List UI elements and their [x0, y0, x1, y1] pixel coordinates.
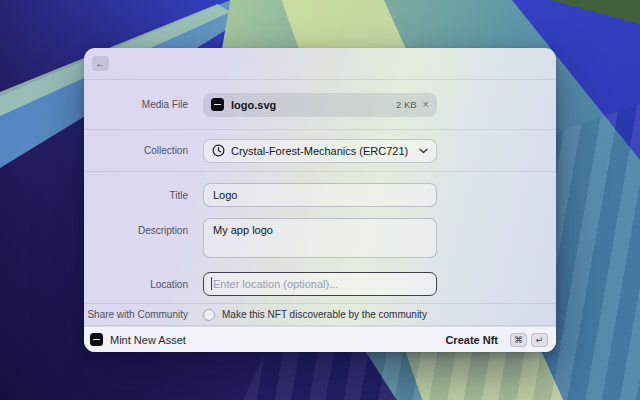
- share-row: Share with Community Make this NFT disco…: [84, 304, 556, 326]
- clock-icon: [212, 144, 225, 157]
- remove-file-icon[interactable]: ×: [423, 99, 429, 110]
- share-label: Share with Community: [84, 309, 188, 320]
- mint-asset-dialog: ← Media File logo.svg 2 KB × Collection …: [84, 48, 556, 352]
- title-row: Title Logo: [84, 183, 556, 207]
- title-label: Title: [84, 190, 188, 201]
- description-textarea[interactable]: My app logo: [203, 218, 437, 258]
- command-key-icon: ⌘: [510, 333, 527, 347]
- file-size: 2 KB: [396, 99, 417, 110]
- share-checkbox[interactable]: [203, 309, 215, 321]
- location-input[interactable]: [203, 272, 437, 296]
- file-name: logo.svg: [231, 99, 276, 111]
- share-option-text: Make this NFT discoverable by the commun…: [222, 309, 427, 320]
- chevron-down-icon: [419, 148, 428, 154]
- back-button[interactable]: ←: [92, 56, 109, 71]
- text-caret: [211, 277, 212, 290]
- file-thumbnail-icon: [211, 98, 224, 111]
- create-nft-button[interactable]: Create Nft: [445, 334, 498, 346]
- dialog-title: Mint New Asset: [110, 334, 186, 346]
- collection-label: Collection: [84, 145, 188, 156]
- media-file-row: Media File logo.svg 2 KB ×: [84, 80, 556, 130]
- collection-row: Collection Crystal-Forest-Mechanics (ERC…: [84, 130, 556, 172]
- media-file-label: Media File: [84, 99, 188, 110]
- media-file-chip[interactable]: logo.svg 2 KB ×: [203, 93, 437, 117]
- location-label: Location: [84, 279, 188, 290]
- return-key-icon: ↵: [531, 333, 548, 347]
- dialog-footer: Mint New Asset Create Nft ⌘ ↵: [84, 326, 556, 352]
- form-section: Title Logo Description My app logo Locat…: [84, 172, 556, 304]
- dialog-header: ←: [84, 48, 556, 80]
- collection-select[interactable]: Crystal-Forest-Mechanics (ERC721): [203, 139, 437, 163]
- collection-selected-value: Crystal-Forest-Mechanics (ERC721): [231, 145, 408, 157]
- app-logo-icon: [90, 333, 103, 346]
- description-label: Description: [84, 218, 188, 236]
- location-row: Location: [84, 272, 556, 296]
- title-input[interactable]: Logo: [203, 183, 437, 207]
- description-row: Description My app logo: [84, 218, 556, 258]
